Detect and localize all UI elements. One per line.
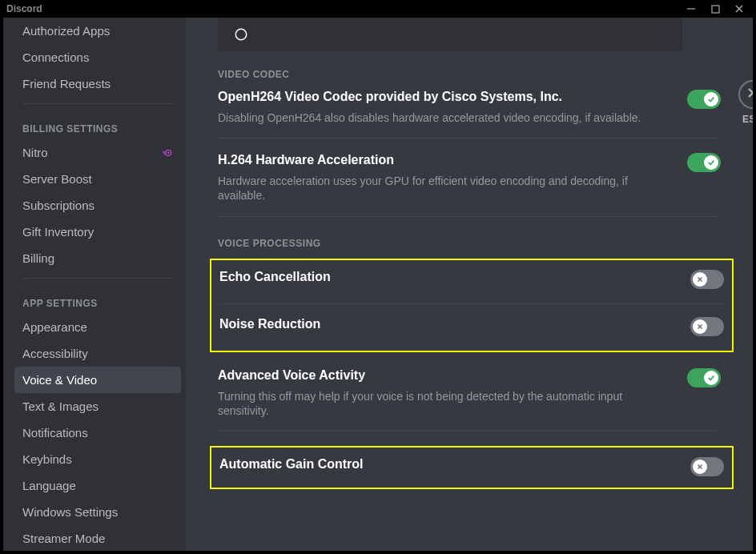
sidebar-header-billing: BILLING SETTINGS <box>14 110 181 139</box>
sidebar-item-accessibility[interactable]: Accessibility <box>14 340 181 367</box>
svg-point-5 <box>167 151 169 153</box>
toggle-knob <box>704 371 718 385</box>
settings-content: ESC VIDEO CODEC OpenH264 Video Codec pro… <box>186 18 753 551</box>
close-settings-circle[interactable] <box>738 80 753 109</box>
sidebar-item-voice-video[interactable]: Voice & Video <box>14 367 181 393</box>
sidebar-item-friend-requests[interactable]: Friend Requests <box>14 70 181 97</box>
close-icon <box>746 86 753 102</box>
toggle-knob <box>693 460 707 474</box>
svg-rect-1 <box>712 6 719 13</box>
svg-point-8 <box>235 29 247 40</box>
toggle-knob <box>693 319 707 334</box>
sidebar-item-label: Nitro <box>22 146 48 159</box>
sidebar-item-label: Appearance <box>22 320 87 334</box>
sidebar-item-label: Billing <box>22 251 54 265</box>
highlight-echo-noise: Echo Cancellation Noise Reduction <box>210 259 734 352</box>
sidebar-header-app: APP SETTINGS <box>14 285 181 314</box>
sidebar-item-label: Friend Requests <box>22 77 111 90</box>
sidebar-item-label: Notifications <box>22 426 88 440</box>
setting-title: Advanced Voice Activity <box>218 368 671 383</box>
setting-text: Advanced Voice Activity Turning this off… <box>218 368 687 418</box>
sidebar-item-windows-settings[interactable]: Windows Settings <box>14 499 181 525</box>
sidebar-item-streamer-mode[interactable]: Streamer Mode <box>14 525 181 551</box>
sidebar-item-label: Text & Images <box>22 399 99 413</box>
sidebar-item-server-boost[interactable]: Server Boost <box>14 166 181 192</box>
sidebar-item-text-images[interactable]: Text & Images <box>14 393 181 420</box>
sidebar-item-label: Subscriptions <box>22 199 94 212</box>
sidebar-item-subscriptions[interactable]: Subscriptions <box>14 192 181 219</box>
setting-text: H.264 Hardware Acceleration Hardware acc… <box>218 153 687 203</box>
sidebar-item-billing[interactable]: Billing <box>14 245 181 271</box>
sidebar-item-label: Authorized Apps <box>22 24 110 38</box>
setting-title: Noise Reduction <box>219 317 674 331</box>
setting-title: Echo Cancellation <box>219 270 674 284</box>
setting-automatic-gain-control: Automatic Gain Control <box>219 457 724 488</box>
setting-text: Echo Cancellation <box>219 270 690 291</box>
setting-desc: Disabling OpenH264 also disables hardwar… <box>218 110 671 125</box>
sidebar-item-nitro[interactable]: Nitro <box>14 139 181 166</box>
sidebar-item-label: Gift Inventory <box>22 225 94 239</box>
toggle-advanced-voice-activity[interactable] <box>687 368 721 387</box>
maximize-button[interactable] <box>710 3 721 14</box>
sidebar-item-label: Server Boost <box>22 172 92 186</box>
window-titlebar: Discord <box>0 0 756 18</box>
section-header-voice-processing: VOICE PROCESSING <box>218 238 721 249</box>
toggle-knob <box>693 272 707 287</box>
section-header-video-codec: VIDEO CODEC <box>218 69 721 80</box>
app-frame: Authorized Apps Connections Friend Reque… <box>3 18 753 551</box>
sidebar-item-label: Windows Settings <box>22 505 118 519</box>
setting-text: Automatic Gain Control <box>219 457 690 478</box>
sidebar-item-label: Language <box>22 479 76 492</box>
sidebar-item-appearance[interactable]: Appearance <box>14 314 181 340</box>
setting-text: OpenH264 Video Codec provided by Cisco S… <box>218 90 687 125</box>
video-preview-box <box>218 18 682 51</box>
setting-desc: Turning this off may help if your voice … <box>218 389 671 418</box>
close-button[interactable] <box>734 3 745 14</box>
sidebar-item-notifications[interactable]: Notifications <box>14 420 181 446</box>
esc-label: ESC <box>742 114 753 125</box>
toggle-knob <box>704 155 718 170</box>
sidebar-item-label: Accessibility <box>22 347 88 360</box>
sidebar-separator <box>22 103 173 104</box>
app-title: Discord <box>6 3 42 14</box>
setting-noise-reduction: Noise Reduction <box>219 317 724 351</box>
sidebar-item-connections[interactable]: Connections <box>14 44 181 70</box>
toggle-noise-reduction[interactable] <box>690 317 724 336</box>
toggle-openh264[interactable] <box>687 90 721 109</box>
sidebar-item-keybinds[interactable]: Keybinds <box>14 446 181 472</box>
close-settings[interactable]: ESC <box>738 80 753 125</box>
toggle-echo-cancellation[interactable] <box>690 270 724 289</box>
sidebar-item-gift-inventory[interactable]: Gift Inventory <box>14 219 181 245</box>
setting-title: Automatic Gain Control <box>219 457 674 472</box>
setting-advanced-voice-activity: Advanced Voice Activity Turning this off… <box>218 368 721 432</box>
settings-sidebar: Authorized Apps Connections Friend Reque… <box>3 18 186 551</box>
minimize-button[interactable] <box>686 3 697 14</box>
window-controls <box>686 3 750 14</box>
sidebar-item-label: Voice & Video <box>22 373 97 387</box>
sidebar-item-label: Streamer Mode <box>22 532 105 545</box>
voice-processing-section: VOICE PROCESSING Echo Cancellation Noise… <box>218 238 721 489</box>
setting-openh264: OpenH264 Video Codec provided by Cisco S… <box>218 90 721 138</box>
warning-icon <box>234 27 248 42</box>
toggle-automatic-gain-control[interactable] <box>690 457 724 476</box>
sidebar-separator <box>22 278 173 279</box>
sidebar-item-language[interactable]: Language <box>14 472 181 499</box>
setting-text: Noise Reduction <box>219 317 690 338</box>
sidebar-item-authorized-apps[interactable]: Authorized Apps <box>14 18 181 44</box>
sidebar-item-label: Connections <box>22 50 89 64</box>
toggle-h264-hardware[interactable] <box>687 153 721 172</box>
setting-title: H.264 Hardware Acceleration <box>218 153 671 167</box>
highlight-agc: Automatic Gain Control <box>210 446 734 489</box>
toggle-knob <box>704 92 718 106</box>
nitro-icon <box>162 147 173 159</box>
setting-echo-cancellation: Echo Cancellation <box>219 270 724 304</box>
sidebar-item-label: Keybinds <box>22 452 72 466</box>
setting-desc: Hardware acceleration uses your GPU for … <box>218 174 671 203</box>
setting-title: OpenH264 Video Codec provided by Cisco S… <box>218 90 671 104</box>
setting-h264-hardware: H.264 Hardware Acceleration Hardware acc… <box>218 153 721 216</box>
